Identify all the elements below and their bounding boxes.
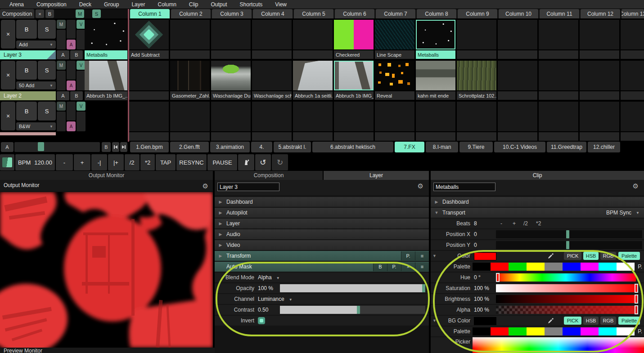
- slider-handle[interactable]: [566, 230, 569, 238]
- eyedropper-icon[interactable]: [548, 253, 554, 259]
- palette-swatch-red[interactable]: [491, 327, 509, 335]
- menu-output[interactable]: Output: [205, 1, 233, 8]
- layer1-audio-fader[interactable]: [67, 102, 76, 121]
- bpm-half-button[interactable]: /2: [125, 154, 140, 170]
- palette-swatch-white[interactable]: [617, 327, 635, 335]
- composition-bypass-button[interactable]: B: [45, 9, 54, 18]
- layer2-v-button[interactable]: V: [77, 61, 86, 70]
- color-pick-button[interactable]: PICK: [564, 252, 581, 260]
- brightness-slider[interactable]: [496, 295, 638, 303]
- alpha-slider[interactable]: [496, 306, 638, 314]
- palette-swatch-gray[interactable]: [545, 327, 563, 335]
- bg-color-hsb-button[interactable]: HSB: [583, 317, 599, 325]
- column-tab-11[interactable]: Column 11: [540, 9, 579, 18]
- layer3-active-clip-label[interactable]: Metaballs: [85, 50, 127, 59]
- section-video[interactable]: ▶Video: [215, 240, 429, 250]
- layer2-solo-button[interactable]: S: [38, 61, 56, 80]
- output-monitor-tab[interactable]: Output Monitor: [0, 171, 213, 180]
- slider-handle[interactable]: [496, 273, 500, 282]
- menu-layer[interactable]: Layer: [126, 1, 151, 8]
- layer1-m-button[interactable]: M: [57, 102, 66, 111]
- opacity-slider[interactable]: [280, 284, 425, 292]
- column-tab-1[interactable]: Column 1: [130, 9, 170, 18]
- column-tab-4[interactable]: Column 4: [253, 9, 293, 18]
- bpm-display[interactable]: BPM120.00: [15, 154, 55, 170]
- automask-menu-button[interactable]: ≡: [415, 262, 429, 271]
- slider-handle[interactable]: [635, 295, 638, 304]
- deck-tab-10[interactable]: 10.C-1 Videos: [494, 142, 545, 152]
- column-tab-5[interactable]: Column 5: [294, 9, 333, 18]
- deck-tab-5[interactable]: 5.abstrakt l.: [274, 142, 311, 152]
- channel-dropdown[interactable]: Luminance▼: [258, 294, 293, 305]
- layer2-bypass-button[interactable]: B: [16, 61, 37, 80]
- deck-tab-9[interactable]: 9.Tiere: [459, 142, 493, 152]
- layer3-a-button[interactable]: A: [67, 40, 76, 49]
- column-tab-7[interactable]: Column 7: [376, 9, 415, 18]
- layer2-blend-dropdown[interactable]: 50 Add▼: [16, 81, 56, 89]
- transform-params-button[interactable]: P.: [401, 251, 415, 260]
- palette-swatch-yellow[interactable]: [527, 327, 545, 335]
- layer2-master-fader[interactable]: [57, 71, 66, 90]
- slider-handle[interactable]: [357, 306, 360, 314]
- menu-composition[interactable]: Composition: [31, 1, 72, 8]
- color-swatch[interactable]: [474, 252, 496, 260]
- palette-swatch-white[interactable]: [617, 263, 635, 271]
- slider-handle[interactable]: [422, 284, 425, 292]
- menu-shortcuts[interactable]: Shortcuts: [234, 1, 269, 8]
- column-tab-8[interactable]: Column 8: [417, 9, 456, 18]
- layer2-a-button[interactable]: A: [67, 80, 76, 90]
- menu-view[interactable]: View: [269, 1, 293, 8]
- color-hsb-button[interactable]: HSB: [583, 252, 599, 260]
- palette-swatch-magenta[interactable]: [581, 263, 599, 271]
- tab-clip[interactable]: Clip: [431, 171, 644, 180]
- layer2-clear-button[interactable]: ×: [1, 61, 15, 89]
- palette-swatch-yellow[interactable]: [527, 263, 545, 271]
- position-y-slider[interactable]: [496, 241, 642, 249]
- layer3-v-button[interactable]: V: [77, 20, 86, 29]
- section-auto-mask[interactable]: Auto Mask B P. × ≡: [215, 262, 429, 272]
- section-transport[interactable]: ▼Transport BPM Sync▼: [431, 208, 644, 218]
- palette-p-button[interactable]: P.: [638, 262, 642, 272]
- saturation-value[interactable]: 100 %: [474, 283, 489, 293]
- bpm-plus-button[interactable]: +: [74, 154, 91, 170]
- hue-slider[interactable]: [496, 273, 636, 282]
- gear-icon[interactable]: ⚙: [633, 182, 639, 190]
- hue-value[interactable]: 0 °: [474, 273, 481, 282]
- composition-speed-button[interactable]: S: [92, 9, 101, 18]
- tab-composition[interactable]: Composition: [215, 171, 323, 180]
- section-audio[interactable]: ▶Audio: [215, 229, 429, 239]
- tap-button[interactable]: TAP: [156, 154, 175, 170]
- layer3-clear-button[interactable]: ×: [1, 20, 15, 49]
- section-autopilot[interactable]: ▶Autopilot: [215, 208, 429, 218]
- deck-tab-4[interactable]: 4.: [251, 142, 272, 152]
- eyedropper-icon[interactable]: [548, 317, 554, 324]
- layer2-name[interactable]: Layer 2: [0, 91, 56, 100]
- layer1-clear-button[interactable]: ×: [1, 102, 15, 130]
- palette-swatch-red[interactable]: [491, 263, 509, 271]
- deck-tab-2[interactable]: 2.Gen.fft: [170, 142, 209, 152]
- deck-tab-3[interactable]: 3.animation: [210, 142, 250, 152]
- palette-swatch-green[interactable]: [509, 327, 527, 335]
- color-rgb-button[interactable]: RGB: [600, 252, 616, 260]
- gear-icon[interactable]: ⚙: [203, 182, 208, 190]
- menu-clip[interactable]: Clip: [183, 1, 204, 8]
- blend-mode-dropdown[interactable]: Alpha▼: [258, 273, 280, 283]
- layer1-v-button[interactable]: V: [77, 102, 86, 111]
- saturation-slider[interactable]: [496, 284, 638, 292]
- position-x-value[interactable]: 0: [474, 229, 477, 239]
- column-tab-6[interactable]: Column 6: [335, 9, 374, 18]
- palette-swatch-gray[interactable]: [545, 263, 563, 271]
- automask-params-button[interactable]: P.: [387, 262, 401, 271]
- layer3-m-button[interactable]: M: [57, 20, 66, 29]
- layer2-crossfade-a-button[interactable]: A: [57, 91, 69, 100]
- composition-tab[interactable]: Composition: [0, 9, 34, 18]
- layer3-audio-fader[interactable]: [67, 20, 76, 39]
- palette-swatch-green[interactable]: [509, 263, 527, 271]
- layer3-active-clip-thumbnail[interactable]: [85, 20, 127, 49]
- layer1-master-fader[interactable]: [57, 112, 66, 131]
- slider-handle[interactable]: [635, 284, 638, 293]
- layer1-blend-dropdown[interactable]: B&W▼: [16, 122, 56, 130]
- beats-half-button[interactable]: /2: [523, 219, 528, 228]
- layer2-active-clip-thumbnail[interactable]: [85, 61, 127, 90]
- brightness-value[interactable]: 100 %: [474, 294, 489, 304]
